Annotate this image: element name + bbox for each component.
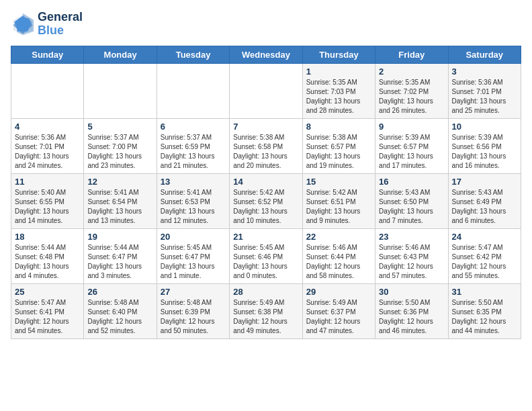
calendar-cell: 3Sunrise: 5:36 AM Sunset: 7:01 PM Daylig…	[448, 63, 521, 118]
day-info: Sunrise: 5:44 AM Sunset: 6:48 PM Dayligh…	[15, 243, 80, 281]
day-info: Sunrise: 5:49 AM Sunset: 6:38 PM Dayligh…	[233, 298, 298, 336]
calendar-cell: 19Sunrise: 5:44 AM Sunset: 6:47 PM Dayli…	[84, 228, 157, 283]
day-info: Sunrise: 5:47 AM Sunset: 6:41 PM Dayligh…	[15, 298, 80, 336]
day-info: Sunrise: 5:40 AM Sunset: 6:55 PM Dayligh…	[15, 188, 80, 226]
calendar-cell	[230, 63, 302, 118]
day-number: 27	[161, 287, 226, 297]
day-number: 8	[306, 122, 371, 132]
day-info: Sunrise: 5:38 AM Sunset: 6:58 PM Dayligh…	[233, 133, 298, 171]
day-info: Sunrise: 5:49 AM Sunset: 6:37 PM Dayligh…	[306, 298, 371, 336]
day-header-sunday: Sunday	[11, 46, 84, 63]
day-info: Sunrise: 5:41 AM Sunset: 6:53 PM Dayligh…	[161, 188, 226, 226]
calendar-cell: 28Sunrise: 5:49 AM Sunset: 6:38 PM Dayli…	[230, 283, 302, 338]
day-number: 31	[452, 287, 517, 297]
day-number: 12	[87, 177, 152, 187]
day-info: Sunrise: 5:47 AM Sunset: 6:42 PM Dayligh…	[452, 243, 517, 281]
calendar-cell: 22Sunrise: 5:46 AM Sunset: 6:44 PM Dayli…	[302, 228, 375, 283]
day-info: Sunrise: 5:50 AM Sunset: 6:36 PM Dayligh…	[379, 298, 444, 336]
calendar-cell: 16Sunrise: 5:43 AM Sunset: 6:50 PM Dayli…	[375, 173, 448, 228]
day-number: 4	[15, 122, 80, 132]
logo-text: General Blue	[38, 11, 83, 38]
calendar-cell: 10Sunrise: 5:39 AM Sunset: 6:56 PM Dayli…	[448, 118, 521, 173]
day-number: 19	[87, 232, 152, 242]
day-info: Sunrise: 5:48 AM Sunset: 6:40 PM Dayligh…	[87, 298, 152, 336]
calendar-cell: 15Sunrise: 5:42 AM Sunset: 6:51 PM Dayli…	[302, 173, 375, 228]
day-info: Sunrise: 5:36 AM Sunset: 7:01 PM Dayligh…	[15, 133, 80, 171]
calendar-cell: 6Sunrise: 5:37 AM Sunset: 6:59 PM Daylig…	[157, 118, 229, 173]
day-number: 26	[87, 287, 152, 297]
calendar-cell: 1Sunrise: 5:35 AM Sunset: 7:03 PM Daylig…	[302, 63, 375, 118]
day-info: Sunrise: 5:44 AM Sunset: 6:47 PM Dayligh…	[87, 243, 152, 281]
day-number: 5	[87, 122, 152, 132]
day-number: 6	[161, 122, 226, 132]
day-number: 9	[379, 122, 444, 132]
day-number: 23	[379, 232, 444, 242]
day-info: Sunrise: 5:39 AM Sunset: 6:56 PM Dayligh…	[452, 133, 517, 171]
calendar-cell: 11Sunrise: 5:40 AM Sunset: 6:55 PM Dayli…	[11, 173, 84, 228]
calendar-cell: 17Sunrise: 5:43 AM Sunset: 6:49 PM Dayli…	[448, 173, 521, 228]
calendar-cell: 4Sunrise: 5:36 AM Sunset: 7:01 PM Daylig…	[11, 118, 84, 173]
day-info: Sunrise: 5:46 AM Sunset: 6:43 PM Dayligh…	[379, 243, 444, 281]
day-number: 14	[233, 177, 298, 187]
day-number: 18	[15, 232, 80, 242]
calendar-cell	[157, 63, 229, 118]
calendar-cell	[84, 63, 157, 118]
day-info: Sunrise: 5:45 AM Sunset: 6:47 PM Dayligh…	[161, 243, 226, 281]
page-header: General Blue	[11, 11, 521, 38]
day-number: 30	[379, 287, 444, 297]
logo: General Blue	[11, 11, 83, 38]
day-info: Sunrise: 5:38 AM Sunset: 6:57 PM Dayligh…	[306, 133, 371, 171]
day-header-saturday: Saturday	[448, 46, 521, 63]
day-number: 15	[306, 177, 371, 187]
day-info: Sunrise: 5:41 AM Sunset: 6:54 PM Dayligh…	[87, 188, 152, 226]
day-number: 24	[452, 232, 517, 242]
day-number: 28	[233, 287, 298, 297]
calendar-table: SundayMondayTuesdayWednesdayThursdayFrid…	[11, 46, 521, 339]
calendar-week-1: 1Sunrise: 5:35 AM Sunset: 7:03 PM Daylig…	[11, 63, 521, 118]
day-number: 16	[379, 177, 444, 187]
calendar-cell: 27Sunrise: 5:48 AM Sunset: 6:39 PM Dayli…	[157, 283, 229, 338]
day-header-wednesday: Wednesday	[230, 46, 302, 63]
day-info: Sunrise: 5:36 AM Sunset: 7:01 PM Dayligh…	[452, 78, 517, 116]
day-info: Sunrise: 5:43 AM Sunset: 6:50 PM Dayligh…	[379, 188, 444, 226]
calendar-cell: 2Sunrise: 5:35 AM Sunset: 7:02 PM Daylig…	[375, 63, 448, 118]
logo-icon	[11, 12, 35, 36]
day-number: 13	[161, 177, 226, 187]
calendar-cell: 26Sunrise: 5:48 AM Sunset: 6:40 PM Dayli…	[84, 283, 157, 338]
calendar-cell: 23Sunrise: 5:46 AM Sunset: 6:43 PM Dayli…	[375, 228, 448, 283]
day-number: 10	[452, 122, 517, 132]
calendar-week-3: 11Sunrise: 5:40 AM Sunset: 6:55 PM Dayli…	[11, 173, 521, 228]
calendar-cell	[11, 63, 84, 118]
calendar-week-4: 18Sunrise: 5:44 AM Sunset: 6:48 PM Dayli…	[11, 228, 521, 283]
day-number: 22	[306, 232, 371, 242]
day-info: Sunrise: 5:42 AM Sunset: 6:51 PM Dayligh…	[306, 188, 371, 226]
calendar-cell: 31Sunrise: 5:50 AM Sunset: 6:35 PM Dayli…	[448, 283, 521, 338]
day-number: 7	[233, 122, 298, 132]
calendar-cell: 5Sunrise: 5:37 AM Sunset: 7:00 PM Daylig…	[84, 118, 157, 173]
calendar-week-2: 4Sunrise: 5:36 AM Sunset: 7:01 PM Daylig…	[11, 118, 521, 173]
day-info: Sunrise: 5:50 AM Sunset: 6:35 PM Dayligh…	[452, 298, 517, 336]
day-info: Sunrise: 5:46 AM Sunset: 6:44 PM Dayligh…	[306, 243, 371, 281]
day-number: 20	[161, 232, 226, 242]
day-header-tuesday: Tuesday	[157, 46, 229, 63]
calendar-cell: 30Sunrise: 5:50 AM Sunset: 6:36 PM Dayli…	[375, 283, 448, 338]
day-info: Sunrise: 5:43 AM Sunset: 6:49 PM Dayligh…	[452, 188, 517, 226]
day-header-monday: Monday	[84, 46, 157, 63]
day-header-friday: Friday	[375, 46, 448, 63]
day-info: Sunrise: 5:39 AM Sunset: 6:57 PM Dayligh…	[379, 133, 444, 171]
calendar-cell: 25Sunrise: 5:47 AM Sunset: 6:41 PM Dayli…	[11, 283, 84, 338]
calendar-cell: 14Sunrise: 5:42 AM Sunset: 6:52 PM Dayli…	[230, 173, 302, 228]
day-header-thursday: Thursday	[302, 46, 375, 63]
calendar-week-5: 25Sunrise: 5:47 AM Sunset: 6:41 PM Dayli…	[11, 283, 521, 338]
calendar-cell: 8Sunrise: 5:38 AM Sunset: 6:57 PM Daylig…	[302, 118, 375, 173]
calendar-cell: 13Sunrise: 5:41 AM Sunset: 6:53 PM Dayli…	[157, 173, 229, 228]
day-number: 2	[379, 66, 444, 77]
day-number: 1	[306, 66, 371, 77]
day-info: Sunrise: 5:37 AM Sunset: 7:00 PM Dayligh…	[87, 133, 152, 171]
day-number: 25	[15, 287, 80, 297]
day-info: Sunrise: 5:35 AM Sunset: 7:03 PM Dayligh…	[306, 78, 371, 116]
calendar-cell: 29Sunrise: 5:49 AM Sunset: 6:37 PM Dayli…	[302, 283, 375, 338]
day-info: Sunrise: 5:45 AM Sunset: 6:46 PM Dayligh…	[233, 243, 298, 281]
day-number: 17	[452, 177, 517, 187]
day-info: Sunrise: 5:42 AM Sunset: 6:52 PM Dayligh…	[233, 188, 298, 226]
